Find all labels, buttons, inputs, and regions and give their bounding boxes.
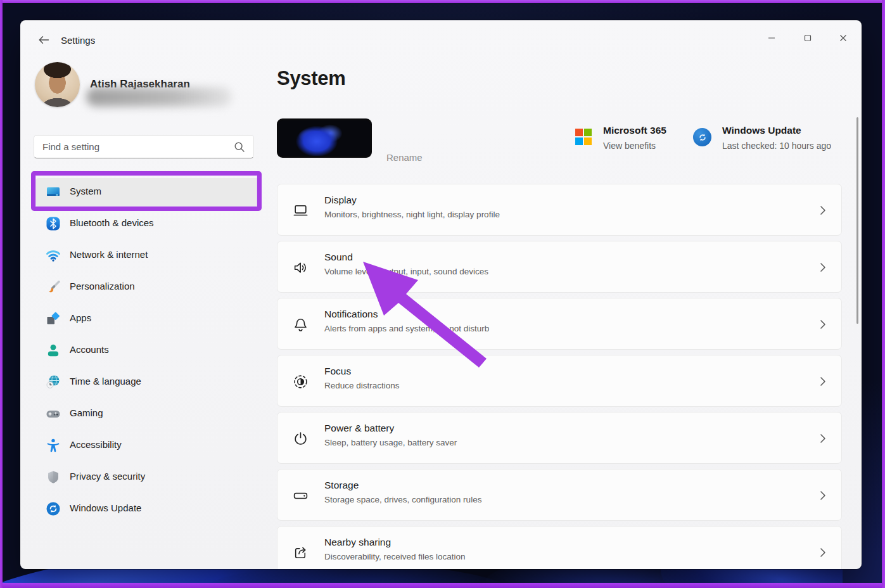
- bluetooth-icon: [46, 216, 61, 231]
- frame-border-top: [0, 0, 885, 3]
- display-icon: [293, 203, 309, 219]
- sidebar-item-label: Windows Update: [70, 502, 141, 513]
- windows-update-title: Windows Update: [722, 125, 801, 136]
- user-avatar[interactable]: [35, 62, 80, 107]
- chevron-right-icon: [818, 318, 827, 331]
- notifications-icon: [293, 317, 309, 333]
- sidebar-item-accounts[interactable]: Accounts: [35, 336, 261, 364]
- time-language-icon: [46, 374, 61, 390]
- close-button[interactable]: [829, 28, 857, 48]
- row-subtitle: Alerts from apps and system, do not dist…: [324, 324, 489, 333]
- sidebar-item-label: Network & internet: [70, 249, 148, 260]
- sidebar-item-apps[interactable]: Apps: [35, 305, 261, 333]
- view-benefits-link[interactable]: View benefits: [603, 141, 656, 151]
- chevron-right-icon: [818, 546, 827, 559]
- row-subtitle: Monitors, brightness, night light, displ…: [324, 210, 500, 219]
- settings-window: Settings Atish Rajasekharan: [20, 20, 862, 569]
- back-arrow-icon: [38, 35, 49, 45]
- sidebar-item-gaming[interactable]: Gaming: [35, 400, 261, 428]
- window-title: Settings: [61, 35, 95, 46]
- sync-arrows-icon: [697, 132, 708, 143]
- sound-icon: [293, 260, 309, 276]
- settings-row-notifications[interactable]: Notifications Alerts from apps and syste…: [277, 298, 842, 350]
- search-icon: [233, 141, 246, 153]
- frame-border-right: [882, 0, 885, 588]
- accessibility-icon: [46, 438, 61, 453]
- sidebar-item-label: Personalization: [70, 281, 135, 291]
- device-thumbnail: [277, 118, 372, 158]
- last-checked-text: Last checked: 10 hours ago: [722, 141, 831, 151]
- chevron-right-icon: [818, 204, 827, 217]
- frame-border-bottom: [0, 583, 885, 588]
- chevron-right-icon: [818, 432, 827, 445]
- settings-row-display[interactable]: Display Monitors, brightness, night ligh…: [277, 184, 842, 236]
- microsoft-logo: [575, 129, 592, 145]
- microsoft-logo-red: [575, 129, 583, 136]
- sidebar-item-personalization[interactable]: Personalization: [35, 273, 261, 301]
- network-icon: [46, 248, 61, 263]
- sidebar-item-label: Bluetooth & devices: [70, 217, 154, 228]
- personalization-icon: [46, 279, 61, 295]
- close-icon: [839, 34, 847, 42]
- sidebar-item-accessibility[interactable]: Accessibility: [35, 431, 261, 459]
- row-title: Storage: [324, 480, 359, 491]
- back-button[interactable]: [34, 32, 53, 48]
- sidebar-item-label: Accounts: [70, 344, 109, 355]
- privacy-security-icon: [46, 470, 61, 485]
- maximize-icon: [804, 34, 812, 42]
- microsoft-logo-yellow: [584, 137, 592, 145]
- user-email-blurred: [86, 87, 232, 106]
- row-title: Notifications: [324, 309, 378, 320]
- settings-row-focus[interactable]: Focus Reduce distractions: [277, 355, 842, 407]
- windows-update-icon: [46, 501, 61, 516]
- sidebar-item-bluetooth-devices[interactable]: Bluetooth & devices: [35, 210, 261, 238]
- row-subtitle: Storage space, drives, configuration rul…: [324, 495, 481, 504]
- sidebar-item-time-language[interactable]: Time & language: [35, 368, 261, 396]
- apps-icon: [46, 311, 61, 326]
- settings-row-sound[interactable]: Sound Volume levels, output, input, soun…: [277, 241, 842, 293]
- rename-button[interactable]: Rename: [386, 152, 423, 163]
- row-subtitle: Discoverability, received files location: [324, 552, 466, 561]
- row-title: Focus: [324, 366, 351, 377]
- annotation-highlight-box: [31, 171, 262, 211]
- maximize-button[interactable]: [794, 28, 822, 48]
- power-icon: [293, 431, 309, 447]
- minimize-icon: [768, 34, 775, 42]
- sidebar-item-label: Apps: [70, 312, 91, 323]
- row-subtitle: Reduce distractions: [324, 381, 400, 390]
- sidebar-item-windows-update[interactable]: Windows Update: [35, 495, 261, 523]
- microsoft-logo-blue: [575, 137, 583, 145]
- settings-row-power-battery[interactable]: Power & battery Sleep, battery usage, ba…: [277, 412, 842, 464]
- sidebar-item-network-internet[interactable]: Network & internet: [35, 241, 261, 269]
- minimize-button[interactable]: [758, 28, 786, 48]
- settings-row-storage[interactable]: Storage Storage space, drives, configura…: [277, 469, 842, 521]
- row-subtitle: Sleep, battery usage, battery saver: [324, 438, 457, 447]
- focus-icon: [293, 374, 309, 390]
- row-title: Sound: [324, 252, 353, 263]
- search-box[interactable]: [34, 135, 254, 158]
- windows-update-icon: [693, 128, 711, 146]
- gaming-icon: [46, 406, 61, 421]
- row-title: Nearby sharing: [324, 537, 391, 548]
- row-title: Display: [324, 195, 357, 206]
- nearby-sharing-icon: [293, 545, 309, 561]
- chevron-right-icon: [818, 489, 827, 502]
- chevron-right-icon: [818, 375, 827, 388]
- sidebar-item-label: Privacy & security: [70, 471, 145, 482]
- sidebar-item-label: Accessibility: [70, 439, 122, 450]
- microsoft-logo-green: [584, 129, 592, 136]
- search-input[interactable]: [42, 136, 232, 158]
- row-subtitle: Volume levels, output, input, sound devi…: [324, 267, 488, 276]
- frame-border-left: [0, 0, 3, 588]
- chevron-right-icon: [818, 261, 827, 274]
- page-title: System: [277, 67, 346, 90]
- storage-icon: [293, 488, 309, 504]
- settings-row-nearby-sharing[interactable]: Nearby sharing Discoverability, received…: [277, 526, 842, 569]
- screenshot-frame: Settings Atish Rajasekharan: [0, 0, 885, 588]
- accounts-icon: [46, 343, 61, 358]
- sidebar-item-label: Gaming: [70, 407, 103, 418]
- row-title: Power & battery: [324, 423, 394, 434]
- sidebar-item-privacy-security[interactable]: Privacy & security: [35, 463, 261, 491]
- vertical-scrollbar[interactable]: [856, 117, 858, 324]
- sidebar-item-label: Time & language: [70, 376, 141, 387]
